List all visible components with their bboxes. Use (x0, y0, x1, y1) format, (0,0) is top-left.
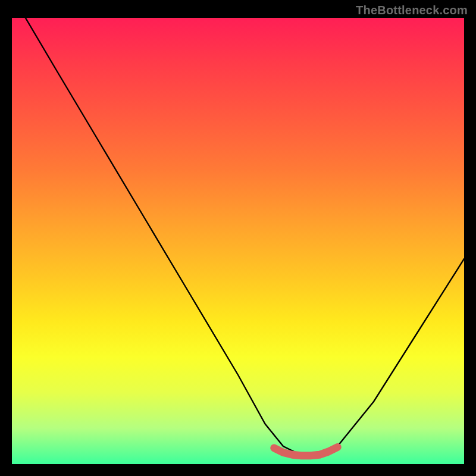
optimum-marker-line (274, 447, 337, 456)
curve-line (26, 18, 464, 455)
chart-svg (12, 18, 464, 464)
plot-area (12, 18, 464, 464)
chart-frame: TheBottleneck.com (0, 0, 476, 476)
watermark-text: TheBottleneck.com (356, 4, 468, 17)
